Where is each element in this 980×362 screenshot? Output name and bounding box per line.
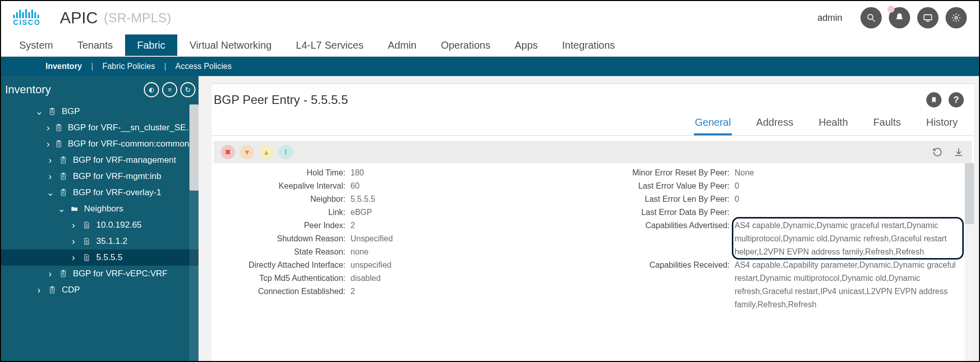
- tree-item-neighbors[interactable]: ⌄Neighbors: [1, 201, 199, 217]
- fault-major-icon[interactable]: ▼: [240, 145, 254, 159]
- tab-health[interactable]: Health: [817, 114, 849, 135]
- mainnav-item-tenants[interactable]: Tenants: [65, 34, 125, 56]
- app-subtitle: (SR-MPLS): [104, 10, 171, 26]
- content-tabs: GeneralAddressHealthFaultsHistory: [212, 111, 974, 136]
- fault-critical-icon[interactable]: ✖: [221, 145, 235, 159]
- field-label: Minor Error Reset By Peer:: [603, 166, 730, 179]
- mainnav-item-admin[interactable]: Admin: [376, 34, 429, 56]
- tree-item-bgp-for-vrf-overlay-1[interactable]: ⌄BGP for VRF-overlay-1: [1, 185, 199, 201]
- tree-item-bgp[interactable]: ⌄BGP: [1, 103, 199, 120]
- chevron-right-icon[interactable]: ›: [70, 237, 77, 246]
- bookmark-icon[interactable]: [926, 92, 942, 107]
- field-label: Tcp Md5 Authentication:: [224, 272, 345, 285]
- chevron-right-icon[interactable]: ›: [47, 156, 54, 165]
- chevron-down-icon[interactable]: ⌄: [58, 204, 65, 213]
- field-label: Directly Attached Interface:: [224, 259, 345, 272]
- field-row: Tcp Md5 Authentication:disabled: [224, 272, 583, 285]
- tree-item-35-1-1-2[interactable]: ›35.1.1.2: [1, 233, 199, 249]
- svg-rect-11: [62, 270, 64, 272]
- field-row: State Reason:none: [224, 245, 583, 259]
- tree-item-label: BGP for VRF-__sn_cluster_SE…: [68, 123, 194, 133]
- details-area: Hold Time:180Keepalive Interval:60Neighb…: [212, 163, 974, 362]
- mainnav-item-operations[interactable]: Operations: [428, 34, 502, 56]
- download-icon[interactable]: [953, 146, 965, 158]
- search-icon[interactable]: [860, 7, 882, 28]
- svg-point-0: [868, 14, 873, 19]
- tree-item-bgp-for-vrf-common-common[interactable]: ›BGP for VRF-common:common: [1, 136, 199, 152]
- tab-general[interactable]: General: [694, 114, 732, 135]
- field-value: AS4 capable,Capability parameter,Dynamic…: [735, 259, 962, 311]
- details-left-column: Hold Time:180Keepalive Interval:60Neighb…: [224, 166, 583, 362]
- monitor-icon[interactable]: [917, 7, 938, 28]
- field-label: Neighbor:: [224, 193, 345, 206]
- pane-title: BGP Peer Entry - 5.5.5.5: [214, 93, 348, 107]
- chevron-right-icon[interactable]: ›: [70, 253, 77, 262]
- tree-item-10-0-192-65[interactable]: ›10.0.192.65: [1, 217, 199, 233]
- svg-rect-6: [58, 124, 60, 126]
- field-value: 0: [735, 179, 962, 193]
- subnav-item-access-policies[interactable]: Access Policies: [166, 62, 241, 71]
- mainnav-item-virtual-networking[interactable]: Virtual Networking: [177, 34, 284, 56]
- field-value: Unspecified: [350, 232, 583, 245]
- details-scroll-thumb[interactable]: [965, 163, 974, 224]
- field-label: Keepalive Interval:: [224, 179, 345, 193]
- tree-item-label: BGP for VRF-vEPC:VRF: [73, 269, 168, 279]
- svg-line-1: [873, 19, 875, 22]
- chevron-right-icon[interactable]: ›: [35, 285, 43, 295]
- tree-item-label: 10.0.192.65: [96, 220, 142, 230]
- field-label: Connection Established:: [224, 285, 345, 298]
- field-row: Neighbor:5.5.5.5: [224, 193, 583, 206]
- tab-address[interactable]: Address: [755, 114, 794, 135]
- mainnav-item-fabric[interactable]: Fabric: [125, 34, 178, 56]
- chevron-right-icon[interactable]: ›: [47, 269, 54, 278]
- fault-info-icon[interactable]: !: [279, 145, 293, 159]
- sidebar-scroll-thumb[interactable]: [189, 104, 199, 191]
- tree-item-label: BGP for VRF-mgmt:inb: [73, 171, 161, 182]
- tab-history[interactable]: History: [925, 114, 959, 135]
- subnav-item-inventory[interactable]: Inventory: [36, 62, 91, 71]
- chevron-down-icon[interactable]: ⌄: [47, 188, 54, 197]
- tree-item-bgp-for-vrf-mgmt-inb[interactable]: ›BGP for VRF-mgmt:inb: [1, 168, 199, 185]
- cisco-logo: cisco: [13, 9, 41, 26]
- tree-item-bgp-for-vrf-sn-cluster-se[interactable]: ›BGP for VRF-__sn_cluster_SE…: [1, 120, 199, 136]
- mainnav-item-l4-l7-services[interactable]: L4-L7 Services: [284, 34, 375, 56]
- field-row: Link:eBGP: [224, 206, 583, 219]
- chevron-down-icon[interactable]: ⌄: [35, 107, 43, 116]
- tree-item-cdp[interactable]: ›CDP: [1, 282, 199, 298]
- clip-icon: [48, 107, 57, 116]
- doc-icon: [82, 221, 91, 229]
- user-name[interactable]: admin: [817, 13, 842, 23]
- chevron-right-icon[interactable]: ›: [47, 123, 50, 132]
- fault-minor-icon[interactable]: ▲: [259, 145, 273, 159]
- tree-item-bgp-for-vrf-management[interactable]: ›BGP for VRF-management: [1, 152, 199, 168]
- gear-icon[interactable]: [946, 7, 967, 28]
- chevron-right-icon[interactable]: ›: [47, 172, 54, 181]
- field-row: Capabilities Received:AS4 capable,Capabi…: [603, 259, 962, 311]
- tab-faults[interactable]: Faults: [872, 114, 901, 135]
- bell-icon[interactable]: [889, 7, 910, 28]
- mainnav-item-system[interactable]: System: [7, 34, 65, 56]
- sidebar-action-refresh-icon[interactable]: ↻: [180, 82, 195, 97]
- doc-icon: [82, 254, 91, 262]
- chevron-right-icon[interactable]: ›: [70, 221, 77, 230]
- folder-icon: [70, 205, 79, 213]
- sidebar-action-list-icon[interactable]: ≡: [162, 82, 177, 97]
- refresh-icon[interactable]: [931, 146, 944, 158]
- sidebar-tree[interactable]: ⌄BGP›BGP for VRF-__sn_cluster_SE…›BGP fo…: [1, 103, 199, 362]
- mainnav-item-apps[interactable]: Apps: [502, 34, 550, 56]
- tree-item-5-5-5-5[interactable]: ›5.5.5.5: [1, 249, 199, 266]
- field-value: 0: [735, 193, 962, 206]
- pane-header: BGP Peer Entry - 5.5.5.5 ?: [212, 84, 974, 111]
- svg-rect-7: [58, 140, 60, 142]
- tree-item-label: BGP: [62, 106, 80, 117]
- field-row: Minor Error Reset By Peer:None: [603, 166, 962, 179]
- svg-rect-8: [62, 157, 64, 158]
- field-row: Hold Time:180: [224, 166, 583, 179]
- mainnav-item-integrations[interactable]: Integrations: [550, 34, 628, 56]
- sidebar-action-locate-icon[interactable]: ◐: [144, 82, 159, 97]
- help-icon[interactable]: ?: [949, 92, 964, 107]
- chevron-right-icon[interactable]: ›: [47, 139, 50, 149]
- tree-item-bgp-for-vrf-vepc-vrf[interactable]: ›BGP for VRF-vEPC:VRF: [1, 266, 199, 282]
- subnav-item-fabric-policies[interactable]: Fabric Policies: [93, 62, 164, 71]
- details-right-column: Minor Error Reset By Peer:NoneLast Error…: [603, 166, 962, 362]
